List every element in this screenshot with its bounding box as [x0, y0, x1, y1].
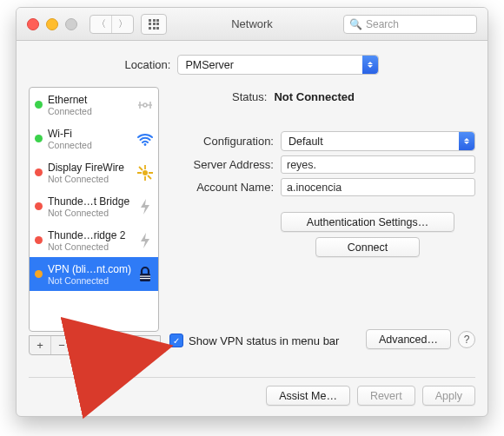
server-address-field[interactable]: reyes. — [281, 155, 475, 174]
svg-point-0 — [143, 103, 147, 107]
connect-button[interactable]: Connect — [315, 237, 420, 257]
status-dot-icon — [35, 236, 43, 244]
minimize-window-button[interactable] — [46, 18, 58, 30]
configuration-label: Configuration: — [169, 135, 274, 148]
service-status: Not Connected — [48, 174, 132, 184]
close-window-button[interactable] — [27, 18, 39, 30]
configuration-popup[interactable]: Default — [281, 131, 475, 151]
service-name: Wi-Fi — [48, 128, 132, 140]
service-row-vpn[interactable]: VPN (bli…nt.com) Not Connected — [30, 257, 158, 291]
service-row-ethernet[interactable]: Ethernet Connected — [30, 88, 158, 122]
service-list-actions: + − ✱▼ — [29, 336, 161, 355]
status-dot-icon — [35, 168, 43, 176]
search-placeholder: Search — [366, 18, 399, 30]
service-row-thunderbolt-2[interactable]: Thunde…ridge 2 Not Connected — [30, 223, 158, 257]
status-dot-icon — [35, 202, 43, 210]
body: Ethernet Connected Wi-Fi Connected — [17, 75, 487, 347]
service-status: Connected — [48, 106, 132, 116]
status-label: Status: — [232, 90, 267, 103]
thunderbolt-icon — [136, 231, 155, 250]
assist-me-button[interactable]: Assist Me… — [266, 386, 350, 406]
firewire-icon — [136, 163, 155, 182]
service-status: Not Connected — [48, 241, 132, 252]
status-dot-icon — [35, 270, 43, 278]
help-button[interactable]: ? — [458, 331, 475, 348]
show-all-button[interactable] — [141, 14, 167, 35]
zoom-window-button[interactable] — [65, 18, 77, 30]
apply-button[interactable]: Apply — [422, 386, 475, 406]
svg-line-7 — [139, 167, 143, 170]
location-row: Location: PMServer — [17, 55, 487, 75]
service-sidebar: Ethernet Connected Wi-Fi Connected — [29, 87, 159, 347]
svg-rect-10 — [140, 275, 150, 276]
service-list[interactable]: Ethernet Connected Wi-Fi Connected — [29, 87, 159, 332]
detail-panel: Status: Not Connected Configuration: Def… — [169, 87, 475, 347]
service-name: VPN (bli…nt.com) — [48, 263, 132, 275]
location-value: PMServer — [185, 59, 234, 71]
status-dot-icon — [35, 135, 43, 142]
account-name-label: Account Name: — [169, 181, 274, 194]
service-actions-menu[interactable]: ✱▼ — [73, 336, 100, 354]
authentication-settings-button[interactable]: Authentication Settings… — [281, 212, 454, 232]
service-name: Ethernet — [48, 94, 132, 106]
popup-arrows-icon — [362, 56, 378, 74]
service-name: Thunde…t Bridge — [48, 195, 132, 208]
service-status: Not Connected — [48, 275, 132, 286]
search-field[interactable]: 🔍 Search — [343, 15, 477, 34]
configuration-value: Default — [288, 135, 323, 148]
svg-rect-9 — [140, 274, 150, 281]
status-dot-icon — [35, 101, 43, 109]
gear-icon: ✱ — [78, 340, 87, 352]
svg-point-1 — [144, 143, 147, 146]
show-vpn-status-row: ✓ Show VPN status in menu bar — [169, 334, 339, 347]
show-vpn-status-label: Show VPN status in menu bar — [189, 334, 339, 347]
window-action-buttons: Assist Me… Revert Apply — [266, 386, 475, 406]
advanced-button[interactable]: Advanced… — [366, 329, 451, 349]
ethernet-icon — [136, 96, 155, 115]
popup-arrows-icon — [459, 132, 474, 150]
window-controls — [27, 18, 77, 30]
account-name-field[interactable]: a.inocencia — [281, 178, 475, 196]
location-popup[interactable]: PMServer — [177, 55, 379, 75]
forward-button[interactable]: 〉 — [111, 16, 133, 33]
vpn-lock-icon — [136, 265, 155, 284]
location-label: Location: — [125, 58, 171, 71]
service-name: Display FireWire — [48, 162, 132, 174]
thunderbolt-icon — [136, 197, 155, 216]
service-status: Connected — [48, 140, 132, 150]
service-status: Not Connected — [48, 208, 132, 218]
service-row-wifi[interactable]: Wi-Fi Connected — [30, 122, 158, 155]
svg-line-8 — [148, 175, 151, 179]
nav-back-forward: 〈 〉 — [90, 15, 134, 34]
grid-icon — [149, 19, 159, 30]
status-value: Not Connected — [274, 90, 354, 103]
remove-service-button[interactable]: − — [51, 336, 73, 354]
service-row-firewire[interactable]: Display FireWire Not Connected — [30, 155, 158, 189]
account-name-value: a.inocencia — [287, 182, 342, 194]
svg-rect-11 — [140, 278, 150, 279]
titlebar: 〈 〉 Network 🔍 Search — [17, 8, 487, 41]
server-address-label: Server Address: — [169, 158, 274, 171]
back-button[interactable]: 〈 — [90, 16, 111, 33]
service-row-thunderbolt-1[interactable]: Thunde…t Bridge Not Connected — [30, 189, 158, 223]
separator — [29, 377, 475, 378]
add-service-button[interactable]: + — [30, 336, 51, 354]
wifi-icon — [136, 129, 155, 149]
network-prefpane-window: 〈 〉 Network 🔍 Search Location: PMServer — [16, 7, 488, 417]
revert-button[interactable]: Revert — [357, 386, 415, 406]
svg-point-2 — [143, 170, 148, 175]
service-name: Thunde…ridge 2 — [48, 229, 132, 241]
show-vpn-status-checkbox[interactable]: ✓ — [169, 334, 183, 347]
server-address-value: reyes. — [287, 159, 316, 171]
search-icon: 🔍 — [349, 18, 362, 30]
